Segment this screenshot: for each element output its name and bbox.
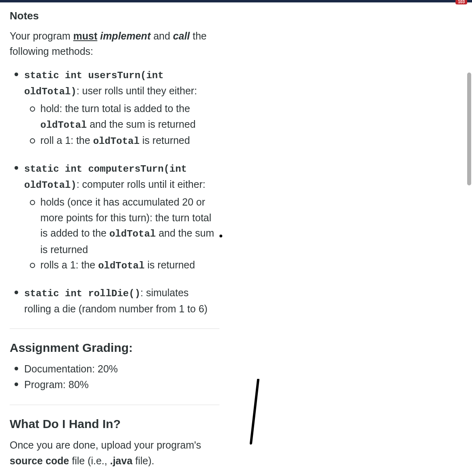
- grading-item-program: Program: 80%: [10, 377, 216, 393]
- grading-item-documentation: Documentation: 20%: [10, 361, 216, 377]
- method-desc: : computer rolls until it either:: [77, 179, 206, 190]
- method-sublist: holds (once it has accumulated 20 or mor…: [24, 194, 216, 274]
- intro-must: must: [73, 30, 98, 42]
- method-signature: static int rollDie(): [24, 288, 140, 299]
- sub-text-pre: rolls a 1: the: [40, 259, 98, 270]
- sub-text-post: and the sum is returned: [87, 118, 196, 130]
- intro-and: and: [150, 30, 173, 42]
- sub-text-post: is returned: [144, 259, 195, 270]
- intro-text-prefix: Your program: [10, 30, 73, 42]
- handin-bold-java: .java: [110, 455, 133, 466]
- sublist-item: roll a 1: the oldTotal is returned: [24, 133, 216, 149]
- top-navigation-bar: 103: [0, 0, 472, 2]
- method-item-usersturn: static int usersTurn(int oldTotal): user…: [10, 67, 216, 149]
- handin-heading: What Do I Hand In?: [10, 417, 216, 431]
- sub-text-pre: hold: the turn total is added to the: [40, 103, 190, 114]
- code-oldtotal: oldTotal: [93, 136, 140, 147]
- method-sublist: hold: the turn total is added to the old…: [24, 101, 216, 149]
- notification-badge: 103: [455, 0, 467, 4]
- handin-post: file).: [132, 455, 154, 466]
- method-item-computersturn: static int computersTurn(int oldTotal): …: [10, 160, 216, 274]
- grading-list: Documentation: 20% Program: 80%: [10, 361, 216, 393]
- intro-call: call: [173, 30, 190, 42]
- handwriting-mark: [247, 379, 263, 445]
- code-oldtotal: oldTotal: [109, 229, 156, 239]
- notes-intro: Your program must implement and call the…: [10, 29, 216, 59]
- bullet-marker: [219, 235, 222, 237]
- grading-heading: Assignment Grading:: [10, 341, 216, 355]
- handin-bold-source: source code: [10, 455, 69, 466]
- scrollbar[interactable]: [467, 73, 471, 185]
- handin-pre: Once you are done, upload your program's: [10, 439, 201, 451]
- method-item-rolldie: static int rollDie(): simulates rolling …: [10, 285, 216, 317]
- sublist-item: rolls a 1: the oldTotal is returned: [24, 257, 216, 273]
- divider: [10, 328, 219, 329]
- code-oldtotal: oldTotal: [98, 260, 144, 271]
- handin-mid: file (i.e.,: [69, 455, 110, 466]
- notes-heading: Notes: [10, 10, 216, 22]
- sublist-item: hold: the turn total is added to the old…: [24, 101, 216, 133]
- handin-text: Once you are done, upload your program's…: [10, 437, 216, 469]
- methods-list: static int usersTurn(int oldTotal): user…: [10, 67, 216, 316]
- code-oldtotal: oldTotal: [40, 120, 87, 131]
- sublist-item: holds (once it has accumulated 20 or mor…: [24, 194, 216, 257]
- sub-text-pre: roll a 1: the: [40, 135, 93, 146]
- intro-implement: implement: [100, 30, 150, 42]
- method-desc: : user rolls until they either:: [77, 85, 197, 96]
- document-content: Notes Your program must implement and ca…: [0, 2, 226, 476]
- divider: [10, 405, 219, 405]
- sub-text-post: is returned: [140, 135, 190, 146]
